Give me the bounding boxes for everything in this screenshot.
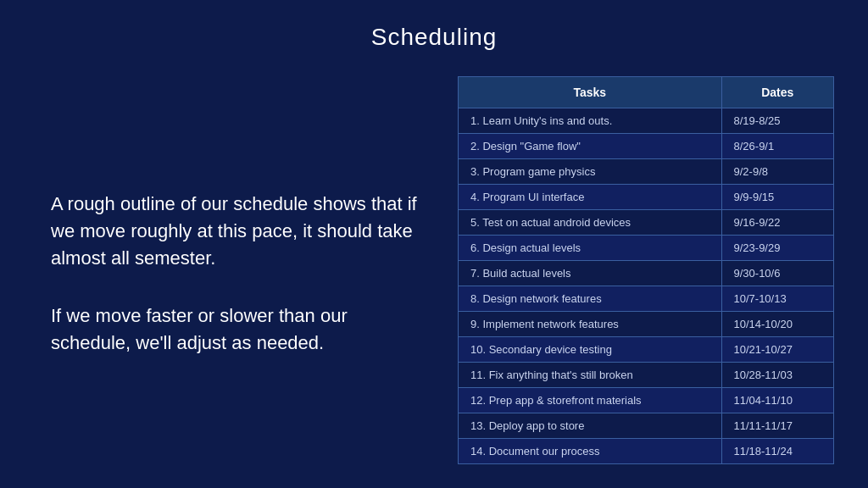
left-panel: A rough outline of our schedule shows th… — [51, 76, 424, 463]
table-row: 2. Design "Game flow"8/26-9/1 — [459, 134, 834, 159]
task-cell: 9. Implement network features — [459, 312, 722, 337]
task-cell: 5. Test on actual android devices — [459, 210, 722, 236]
column-header-dates: Dates — [721, 77, 834, 108]
date-cell: 10/21-10/27 — [721, 337, 834, 363]
right-panel: Tasks Dates 1. Learn Unity's ins and out… — [458, 76, 834, 463]
table-row: 9. Implement network features10/14-10/20 — [459, 312, 834, 337]
table-row: 10. Secondary device testing10/21-10/27 — [459, 337, 834, 363]
task-cell: 14. Document our process — [459, 439, 722, 464]
task-cell: 4. Program UI interface — [459, 185, 722, 210]
table-row: 13. Deploy app to store11/11-11/17 — [459, 413, 834, 439]
schedule-table: Tasks Dates 1. Learn Unity's ins and out… — [458, 76, 834, 464]
table-row: 4. Program UI interface9/9-9/15 — [459, 185, 834, 210]
date-cell: 9/9-9/15 — [721, 185, 834, 210]
description-secondary: If we move faster or slower than our sch… — [51, 302, 424, 357]
date-cell: 10/14-10/20 — [721, 312, 834, 337]
column-header-tasks: Tasks — [459, 77, 722, 108]
task-cell: 11. Fix anything that's still broken — [459, 363, 722, 388]
task-cell: 13. Deploy app to store — [459, 413, 722, 439]
date-cell: 8/26-9/1 — [721, 134, 834, 159]
task-cell: 8. Design network features — [459, 286, 722, 312]
date-cell: 10/7-10/13 — [721, 286, 834, 312]
date-cell: 8/19-8/25 — [721, 108, 834, 134]
table-row: 11. Fix anything that's still broken10/2… — [459, 363, 834, 388]
date-cell: 9/30-10/6 — [721, 261, 834, 286]
page-title: Scheduling — [0, 0, 868, 51]
date-cell: 10/28-11/03 — [721, 363, 834, 388]
task-cell: 3. Program game physics — [459, 159, 722, 185]
table-row: 3. Program game physics9/2-9/8 — [459, 159, 834, 185]
table-row: 5. Test on actual android devices9/16-9/… — [459, 210, 834, 236]
table-row: 12. Prep app & storefront materials11/04… — [459, 388, 834, 413]
date-cell: 11/04-11/10 — [721, 388, 834, 413]
table-row: 1. Learn Unity's ins and outs.8/19-8/25 — [459, 108, 834, 134]
task-cell: 10. Secondary device testing — [459, 337, 722, 363]
table-row: 6. Design actual levels9/23-9/29 — [459, 236, 834, 261]
date-cell: 9/16-9/22 — [721, 210, 834, 236]
date-cell: 9/2-9/8 — [721, 159, 834, 185]
table-row: 14. Document our process11/18-11/24 — [459, 439, 834, 464]
date-cell: 11/18-11/24 — [721, 439, 834, 464]
table-header-row: Tasks Dates — [459, 77, 834, 108]
table-row: 8. Design network features10/7-10/13 — [459, 286, 834, 312]
task-cell: 1. Learn Unity's ins and outs. — [459, 108, 722, 134]
task-cell: 12. Prep app & storefront materials — [459, 388, 722, 413]
description-primary: A rough outline of our schedule shows th… — [51, 191, 424, 272]
date-cell: 11/11-11/17 — [721, 413, 834, 439]
task-cell: 6. Design actual levels — [459, 236, 722, 261]
task-cell: 7. Build actual levels — [459, 261, 722, 286]
content-area: A rough outline of our schedule shows th… — [0, 51, 868, 480]
task-cell: 2. Design "Game flow" — [459, 134, 722, 159]
date-cell: 9/23-9/29 — [721, 236, 834, 261]
table-row: 7. Build actual levels9/30-10/6 — [459, 261, 834, 286]
